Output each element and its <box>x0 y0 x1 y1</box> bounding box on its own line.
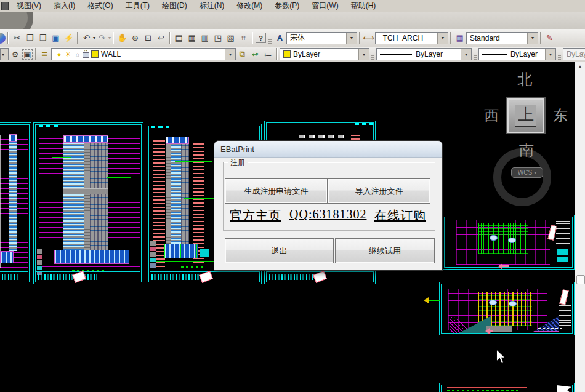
elevation-sheet-2[interactable] <box>33 122 143 284</box>
toolbar-grip[interactable] <box>371 49 374 60</box>
viewcube-top-face[interactable]: 上 <box>507 98 544 133</box>
table-style-combo[interactable]: Standard ▾ <box>466 32 538 44</box>
color-combo[interactable]: ByLayer ▾ <box>280 48 369 60</box>
quick-calc-icon[interactable]: ⌗ <box>238 32 249 44</box>
layer-freeze-sun-icon[interactable]: ☀ <box>64 49 72 60</box>
menu-view[interactable]: 视图(V) <box>11 0 47 12</box>
frame-icon[interactable]: ▣ <box>22 49 33 60</box>
online-purchase-link[interactable]: 在线订购 <box>374 207 426 224</box>
toolbar-grip[interactable] <box>268 33 272 44</box>
exit-button[interactable]: 退出 <box>225 238 334 263</box>
viewcube-west-label[interactable]: 西 <box>484 106 499 126</box>
tower-windows <box>9 142 17 251</box>
layer-states-icon[interactable]: ≔ <box>262 49 274 60</box>
dim-style-combo[interactable]: _TCH_ARCH ▾ <box>375 32 448 44</box>
design-center-icon[interactable]: ▦ <box>186 32 198 44</box>
menu-modify[interactable]: 修改(M) <box>231 0 268 12</box>
clipped-combo-fragment[interactable]: ▾ <box>0 48 9 60</box>
menu-parameters[interactable]: 参数(P) <box>269 0 305 12</box>
menu-window[interactable]: 窗口(W) <box>306 0 344 12</box>
zoom-previous-icon[interactable]: ↩ <box>155 32 167 44</box>
plan-sheet-2[interactable] <box>439 282 575 335</box>
leader-line <box>52 196 70 196</box>
text-style-icon[interactable]: A <box>274 32 286 44</box>
combo-arrow-icon[interactable]: ▾ <box>461 49 471 60</box>
lineweight-combo[interactable]: ByLayer ▾ <box>478 48 556 60</box>
plan-room-layout <box>478 223 528 254</box>
leader-line <box>107 177 131 178</box>
paste-icon[interactable]: ❒ <box>37 32 49 44</box>
zoom-window-icon[interactable]: ⊡ <box>142 32 154 44</box>
toolbar-grip[interactable] <box>474 49 477 60</box>
zoom-realtime-icon[interactable]: ⊕ <box>129 32 141 44</box>
generate-request-button[interactable]: 生成注册申请文件 <box>225 178 328 204</box>
redo-icon[interactable]: ↷ <box>96 32 108 44</box>
match-properties-icon[interactable]: ⚡ <box>63 32 75 44</box>
dialog-title-bar[interactable]: EBatPrint <box>214 141 442 158</box>
undo-icon[interactable]: ↶ <box>81 32 92 44</box>
menu-draw[interactable]: 绘图(D) <box>156 0 193 12</box>
drawing-canvas[interactable]: 北 西 东 南 上 WCS ▾ <box>0 62 585 392</box>
import-license-button[interactable]: 导入注册文件 <box>328 178 430 204</box>
sheet-set-manager-icon[interactable]: ◳ <box>212 32 224 44</box>
combo-arrow-icon[interactable]: ▾ <box>358 49 369 60</box>
linetype-sample <box>380 54 412 55</box>
vertical-scrollbar[interactable]: ▲ <box>575 62 585 392</box>
help-icon[interactable]: ? <box>256 33 266 43</box>
separator <box>77 32 78 44</box>
cut-icon[interactable]: ✂ <box>11 32 23 44</box>
toolbar-grip[interactable] <box>558 49 561 60</box>
combo-arrow-icon[interactable]: ▾ <box>346 33 357 44</box>
layer-properties-icon[interactable]: ≣ <box>39 49 50 60</box>
elevation-sheet-1[interactable] <box>0 122 31 284</box>
menu-format[interactable]: 格式(O) <box>82 0 118 12</box>
viewcube-east-label[interactable]: 东 <box>553 106 568 126</box>
layer-previous-icon[interactable]: ↫ <box>249 49 261 60</box>
menu-help[interactable]: 帮助(H) <box>345 0 382 12</box>
menu-dimension[interactable]: 标注(N) <box>194 0 230 12</box>
continue-trial-button[interactable]: 继续试用 <box>335 238 435 263</box>
paste-block-icon[interactable]: ▣ <box>50 32 62 44</box>
scrollbar-thumb[interactable] <box>576 275 585 284</box>
table-style-value: Standard <box>470 34 500 42</box>
plan-sheet-3[interactable] <box>439 383 575 392</box>
undo-dropdown-icon[interactable]: ▾ <box>93 35 95 41</box>
scroll-up-icon[interactable]: ▲ <box>575 62 585 71</box>
layer-unlock-icon[interactable] <box>83 52 89 58</box>
markup-set-manager-icon[interactable]: ▧ <box>225 32 236 44</box>
menu-insert[interactable]: 插入(I) <box>48 0 81 12</box>
viewcube-north-label[interactable]: 北 <box>517 70 532 89</box>
properties-palette-icon[interactable]: ▤ <box>173 32 185 44</box>
menu-tools[interactable]: 工具(T) <box>120 0 155 12</box>
wcs-dropdown[interactable]: WCS ▾ <box>511 167 543 178</box>
brush-icon[interactable]: ✎ <box>544 32 555 44</box>
register-group-label: 注册 <box>228 158 248 168</box>
combo-arrow-icon[interactable]: ▾ <box>527 33 538 44</box>
combo-arrow-icon[interactable]: ▾ <box>437 33 448 44</box>
combo-arrow-icon[interactable]: ▾ <box>545 49 555 60</box>
external-arrowhead <box>421 297 429 303</box>
redo-dropdown-icon[interactable]: ▾ <box>108 35 111 41</box>
linetype-combo[interactable]: ByLayer ▾ <box>376 48 472 60</box>
title-column-text <box>559 305 571 326</box>
linetype-value: ByLayer <box>416 50 443 58</box>
menu-browser-arc-icon <box>0 12 33 30</box>
qq-link[interactable]: QQ:63181302 <box>289 207 366 222</box>
dim-style-icon[interactable]: ⟷ <box>363 32 374 44</box>
text-style-combo[interactable]: 宋体 ▾ <box>286 32 357 44</box>
pan-icon[interactable]: ✋ <box>116 32 128 44</box>
viewcube-south-label[interactable]: 南 <box>519 140 534 160</box>
combo-arrow-icon[interactable]: ▾ <box>0 49 8 60</box>
scale-bar <box>538 328 564 329</box>
layer-combo[interactable]: ● ☀ ☼ WALL ▾ <box>51 48 236 60</box>
table-style-icon[interactable]: ▦ <box>454 32 466 44</box>
combo-arrow-icon[interactable]: ▾ <box>225 49 235 60</box>
layer-vp-freeze-icon[interactable]: ☼ <box>73 49 81 60</box>
tool-palettes-icon[interactable]: ▥ <box>199 32 211 44</box>
official-homepage-link[interactable]: 官方主页 <box>230 207 281 224</box>
gear-icon[interactable]: ⚙ <box>9 49 21 60</box>
plan-sheet-1[interactable] <box>442 215 575 270</box>
copy-icon[interactable]: ❐ <box>24 32 36 44</box>
layer-manager-icon[interactable]: ⧉ <box>236 49 248 60</box>
layer-on-bulb-icon[interactable]: ● <box>55 49 63 60</box>
